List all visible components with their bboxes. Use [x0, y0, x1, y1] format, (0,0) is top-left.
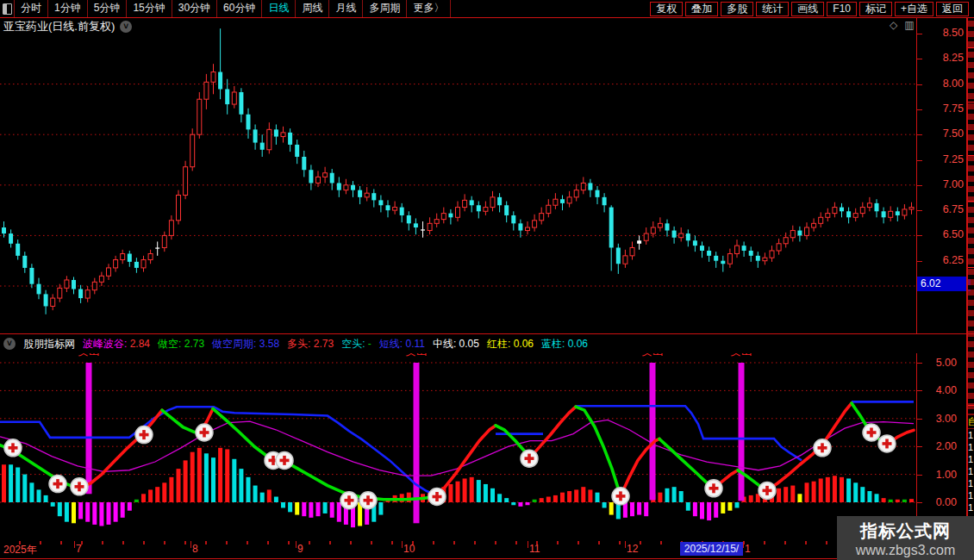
top-toolbar: 分时1分钟5分钟15分钟30分钟60分钟日线周线月线多周期更多〉 复权叠加多股统… [0, 0, 974, 18]
toolbar-button-F10[interactable]: F10 [827, 2, 857, 16]
toolbar-button-画线[interactable]: 画线 [791, 2, 824, 16]
toolbar-period-月线[interactable]: 月线 [329, 0, 363, 17]
buy-signal-marker [276, 451, 293, 469]
price-axis-label: 8.25 [919, 52, 964, 64]
date-label: 1 [745, 543, 751, 555]
toolbar-period-5分钟[interactable]: 5分钟 [88, 0, 128, 17]
candlestick-chart[interactable] [0, 17, 916, 334]
tool-menu: 复权叠加多股统计画线F10标记+自选返回 [650, 0, 974, 17]
price-axis-tick [917, 59, 922, 59]
indicator-axis-tick [917, 502, 922, 503]
toolbar-button-返回[interactable]: 返回 [936, 2, 969, 16]
chart-title-row: 亚宝药业(日线.前复权) ˅ [3, 19, 132, 34]
toolbar-button-多股[interactable]: 多股 [721, 2, 753, 16]
toolbar-button-叠加[interactable]: 叠加 [685, 2, 718, 16]
toolbar-period-周线[interactable]: 周线 [296, 0, 329, 17]
indicator-value-蓝柱: 蓝柱: 0.06 [541, 337, 588, 352]
price-axis-label: 8.00 [919, 78, 964, 90]
price-axis-tick [917, 210, 922, 211]
date-label: 8 [192, 543, 198, 555]
indicator-value-做空周期: 做空周期: 3.58 [212, 337, 279, 352]
indicator-value-中线: 中线: 0.05 [433, 337, 479, 352]
date-minor-ticks [0, 541, 916, 544]
buy-signal-marker [340, 492, 358, 509]
last-price-tag: 6.02 [917, 277, 971, 291]
price-axis-label: 6.25 [919, 254, 964, 266]
price-axis-label: 7.00 [919, 178, 964, 190]
watermark-title: 指标公式网 [860, 520, 951, 543]
month-tick [296, 541, 297, 548]
buy-signal-marker [359, 492, 377, 509]
date-label: 10 [403, 543, 415, 555]
toolbar-button-复权[interactable]: 复权 [650, 2, 683, 16]
month-tick [743, 541, 744, 548]
toolbar-button-统计[interactable]: 统计 [756, 2, 789, 16]
indicator-value-红柱: 红柱: 0.06 [487, 337, 534, 352]
window-layout-icon[interactable] [0, 0, 15, 17]
price-axis-tick [917, 109, 922, 110]
sidebar-clipped-digits: 11111111 [968, 429, 974, 526]
buy-signal-marker [196, 424, 213, 441]
month-tick [190, 541, 191, 548]
date-label: 7 [76, 543, 82, 555]
toolbar-period-多周期[interactable]: 多周期 [363, 0, 407, 17]
indicator-header[interactable]: ˅ 股朋指标网 波峰波谷: 2.84做空: 2.73做空周期: 3.58多头: … [0, 334, 920, 353]
price-axis-tick [917, 261, 922, 262]
indicator-axis-tick [917, 475, 922, 476]
indicator-axis-tick [917, 446, 922, 447]
price-axis-tick [917, 185, 922, 186]
chevron-down-icon[interactable]: ˅ [3, 338, 16, 350]
indicator-axis-tick [917, 390, 922, 391]
month-tick [402, 541, 403, 548]
buy-signal-marker [428, 488, 446, 506]
toolbar-period-分时[interactable]: 分时 [15, 0, 48, 17]
toolbar-period-更多〉[interactable]: 更多〉 [407, 0, 451, 17]
toolbar-period-30分钟[interactable]: 30分钟 [172, 0, 217, 17]
chevron-down-icon[interactable]: ˅ [120, 21, 132, 33]
indicator-value-做空: 做空: 2.73 [158, 337, 204, 352]
date-axis[interactable]: 2025/12/15/一 2025年7891011121 [0, 541, 966, 557]
date-label: 2025年 [3, 543, 37, 557]
buy-signal-marker [759, 482, 776, 499]
toolbar-period-1分钟[interactable]: 1分钟 [48, 0, 88, 17]
price-axis-label: 7.50 [919, 128, 964, 140]
toolbar-button-+自选[interactable]: +自选 [895, 2, 933, 16]
toolbar-period-日线[interactable]: 日线 [262, 0, 296, 17]
price-axis-tick [917, 84, 922, 85]
buy-signal-marker [878, 435, 896, 452]
page-title: 亚宝药业(日线.前复权) [3, 19, 115, 34]
price-axis-tick [917, 235, 922, 236]
buy-signal-marker [521, 450, 538, 467]
indicator-axis-tick [917, 419, 922, 420]
price-axis-tick [917, 34, 922, 34]
indicator-axis-tick [917, 363, 922, 364]
price-axis-label: 8.50 [919, 27, 964, 39]
price-axis-label: 7.25 [919, 153, 964, 165]
price-axis-tick [917, 134, 922, 135]
price-axis-tick [917, 160, 922, 161]
date-label: 11 [529, 543, 540, 555]
buy-signal-marker [814, 439, 831, 457]
buy-signal-marker [863, 424, 880, 441]
indicator-brand: 股朋指标网 [23, 337, 75, 352]
month-tick [528, 541, 528, 548]
toolbar-button-标记[interactable]: 标记 [859, 2, 892, 16]
buy-signal-marker [612, 488, 629, 505]
month-tick [625, 541, 626, 548]
toolbar-period-60分钟[interactable]: 60分钟 [217, 0, 262, 17]
sidebar-highlight-char: 自 [968, 415, 974, 428]
month-tick [74, 541, 75, 548]
buy-signal-marker [705, 480, 722, 497]
price-axis-label: 6.50 [919, 228, 964, 240]
buy-signal-marker [49, 476, 66, 493]
buy-signal-marker [71, 478, 88, 495]
price-axis-label: 7.75 [919, 103, 964, 115]
buy-signal-marker [135, 426, 153, 444]
indicator-chart[interactable] [0, 353, 916, 541]
toolbar-period-15分钟[interactable]: 15分钟 [127, 0, 172, 17]
indicator-value-短线: 短线: 0.11 [379, 337, 425, 352]
period-menu: 分时1分钟5分钟15分钟30分钟60分钟日线周线月线多周期更多〉 [15, 0, 451, 17]
price-axis-label: 6.75 [919, 203, 964, 215]
chart-corner-icons[interactable]: ◇▥ [890, 19, 921, 31]
date-label: 9 [297, 543, 303, 555]
